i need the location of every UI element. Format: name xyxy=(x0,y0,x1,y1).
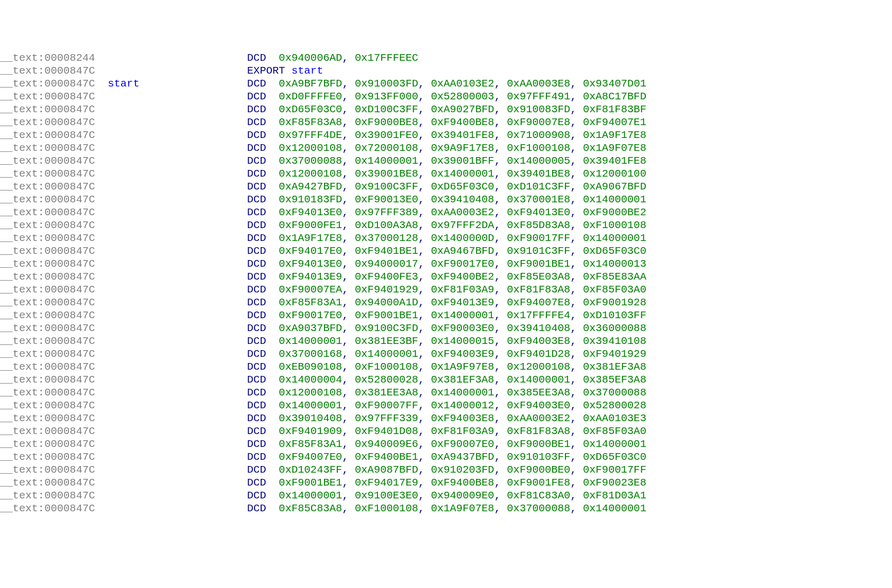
hex-value[interactable]: 0x9101C3FF xyxy=(507,245,570,257)
hex-value[interactable]: 0xF9001BE1 xyxy=(279,477,342,489)
disassembly-line[interactable]: __text:0000847C DCD 0x39010408, 0x97FFF3… xyxy=(0,412,892,425)
hex-value[interactable]: 0xD65F03C0 xyxy=(431,181,494,193)
disassembly-line[interactable]: __text:0000847C DCD 0xF9000FE1, 0xD100A3… xyxy=(0,219,892,232)
hex-value[interactable]: 0xA9427BFD xyxy=(279,181,342,193)
disassembly-line[interactable]: __text:0000847C DCD 0xF90007EA, 0xF94019… xyxy=(0,283,892,296)
hex-value[interactable]: 0xA8C17BFD xyxy=(583,91,646,102)
hex-value[interactable]: 0xAA0003E8 xyxy=(507,78,570,90)
hex-value[interactable]: 0x39410408 xyxy=(431,194,494,205)
disassembly-line[interactable]: __text:0000847C DCD 0xF9001BE1, 0xF94017… xyxy=(0,476,892,489)
hex-value[interactable]: 0x12000100 xyxy=(583,168,646,180)
hex-value[interactable]: 0x14000001 xyxy=(279,490,342,501)
hex-value[interactable]: 0x14000001 xyxy=(355,348,418,360)
hex-value[interactable]: 0xF9001BE1 xyxy=(355,309,418,321)
hex-value[interactable]: 0x52800028 xyxy=(355,374,418,386)
hex-value[interactable]: 0x97FFF389 xyxy=(355,206,418,218)
hex-value[interactable]: 0x1A9F17E8 xyxy=(279,232,342,244)
hex-value[interactable]: 0xF90003E0 xyxy=(431,322,494,334)
hex-value[interactable]: 0xF9401929 xyxy=(583,348,646,360)
hex-value[interactable]: 0x12000108 xyxy=(279,168,342,180)
disassembly-line[interactable]: __text:0000847C DCD 0x910183FD, 0xF90013… xyxy=(0,193,892,206)
disassembly-line[interactable]: __text:0000847C DCD 0xF94013E9, 0xF9400F… xyxy=(0,270,892,283)
hex-value[interactable]: 0x9100E3E0 xyxy=(355,490,418,501)
hex-value[interactable]: 0x39410408 xyxy=(507,322,570,334)
hex-value[interactable]: 0x14000001 xyxy=(279,400,342,411)
hex-value[interactable]: 0xF9001928 xyxy=(583,297,646,308)
disassembly-line[interactable]: __text:0000847C DCD 0x97FFF4DE, 0x39001F… xyxy=(0,129,892,142)
disassembly-line[interactable]: __text:0000847C DCD 0x14000001, 0xF90007… xyxy=(0,399,892,412)
disassembly-line[interactable]: __text:0000847C DCD 0xF85C83A8, 0xF10001… xyxy=(0,502,892,515)
disassembly-line[interactable]: __text:0000847C start DCD 0xA9BF7BFD, 0x… xyxy=(0,77,892,90)
hex-value[interactable]: 0x381EF3A8 xyxy=(583,361,646,373)
hex-value[interactable]: 0x1A9F07E8 xyxy=(431,503,494,514)
hex-value[interactable]: 0xEB090108 xyxy=(279,361,342,373)
hex-value[interactable]: 0xF94007E8 xyxy=(507,297,570,308)
hex-value[interactable]: 0xD10243FF xyxy=(279,464,342,476)
hex-value[interactable]: 0xF85D83A8 xyxy=(507,219,570,231)
hex-value[interactable]: 0x52800028 xyxy=(583,400,646,411)
hex-value[interactable]: 0xD100C3FF xyxy=(355,103,418,115)
hex-value[interactable]: 0xF90017FF xyxy=(583,464,646,476)
hex-value[interactable]: 0xF94003E8 xyxy=(507,335,570,347)
hex-value[interactable]: 0x940009E0 xyxy=(431,490,494,501)
hex-value[interactable]: 0xF94013E0 xyxy=(279,206,342,218)
hex-value[interactable]: 0xF94007E0 xyxy=(279,451,342,463)
disassembly-line[interactable]: __text:0000847C DCD 0x12000108, 0x381EE3… xyxy=(0,386,892,399)
hex-value[interactable]: 0x1A9F17E8 xyxy=(583,129,646,141)
hex-value[interactable]: 0xF9401D28 xyxy=(507,348,570,360)
hex-value[interactable]: 0xF1000108 xyxy=(507,142,570,154)
hex-value[interactable]: 0x39401BE8 xyxy=(507,168,570,180)
hex-value[interactable]: 0x39010408 xyxy=(279,412,342,424)
hex-value[interactable]: 0x14000001 xyxy=(583,194,646,205)
disassembly-line[interactable]: __text:0000847C DCD 0x12000108, 0x720001… xyxy=(0,142,892,154)
hex-value[interactable]: 0xF9001FE8 xyxy=(507,477,570,489)
hex-value[interactable]: 0x910003FD xyxy=(355,78,418,90)
hex-value[interactable]: 0xF94013E0 xyxy=(279,258,342,270)
hex-value[interactable]: 0xF81D03A1 xyxy=(583,490,646,501)
hex-value[interactable]: 0xF9400BE2 xyxy=(431,271,494,283)
hex-value[interactable]: 0x14000004 xyxy=(279,374,342,386)
disassembly-line[interactable]: __text:0000847C DCD 0xF85F83A1, 0x94000A… xyxy=(0,296,892,309)
hex-value[interactable]: 0x940009E6 xyxy=(355,438,418,450)
disassembly-line[interactable]: __text:0000847C DCD 0xF85F83A1, 0x940009… xyxy=(0,438,892,451)
hex-value[interactable]: 0x37000168 xyxy=(279,348,342,360)
hex-value[interactable]: 0xA9067BFD xyxy=(583,181,646,193)
disassembly-line[interactable]: __text:0000847C DCD 0x14000001, 0x9100E3… xyxy=(0,489,892,502)
hex-value[interactable]: 0x39001BFF xyxy=(431,155,494,167)
hex-value[interactable]: 0x385EF3A8 xyxy=(583,374,646,386)
hex-value[interactable]: 0xF1000108 xyxy=(583,219,646,231)
disassembly-line[interactable]: __text:0000847C DCD 0xF85F83A8, 0xF9000B… xyxy=(0,116,892,129)
hex-value[interactable]: 0x52800003 xyxy=(431,91,494,102)
disassembly-line[interactable]: __text:0000847C DCD 0x14000001, 0x381EE3… xyxy=(0,335,892,348)
hex-value[interactable]: 0xAA0103E3 xyxy=(583,412,646,424)
hex-value[interactable]: 0x93407D01 xyxy=(583,78,646,90)
hex-value[interactable]: 0xF85F03A0 xyxy=(583,284,646,296)
hex-value[interactable]: 0xF90007EA xyxy=(279,284,342,296)
hex-value[interactable]: 0xF85F83A8 xyxy=(279,116,342,128)
disassembly-line[interactable]: __text:0000847C DCD 0xEB090108, 0xF10001… xyxy=(0,360,892,373)
hex-value[interactable]: 0x94000017 xyxy=(355,258,418,270)
hex-value[interactable]: 0x17FFFFE4 xyxy=(507,309,570,321)
hex-value[interactable]: 0x14000012 xyxy=(431,400,494,411)
hex-value[interactable]: 0xF90017FF xyxy=(507,232,570,244)
hex-value[interactable]: 0xF85F83A1 xyxy=(279,297,342,308)
hex-value[interactable]: 0xF94013E9 xyxy=(279,271,342,283)
disassembly-line[interactable]: __text:0000847C DCD 0xA9037BFD, 0x9100C3… xyxy=(0,322,892,335)
disassembly-line[interactable]: __text:0000847C DCD 0xF94007E0, 0xF9400B… xyxy=(0,451,892,463)
hex-value[interactable]: 0xF81F03A9 xyxy=(431,425,494,437)
disassembly-line[interactable]: __text:0000847C DCD 0xF94013E0, 0x940000… xyxy=(0,257,892,270)
hex-value[interactable]: 0xAA0103E2 xyxy=(431,78,494,90)
disassembly-line[interactable]: __text:0000847C DCD 0xF90017E0, 0xF9001B… xyxy=(0,309,892,322)
hex-value[interactable]: 0xF9401909 xyxy=(279,425,342,437)
hex-value[interactable]: 0x39001BE8 xyxy=(355,168,418,180)
hex-value[interactable]: 0xD100A3A8 xyxy=(355,219,418,231)
hex-value[interactable]: 0x14000015 xyxy=(431,335,494,347)
hex-value[interactable]: 0xF90017E0 xyxy=(279,309,342,321)
disassembly-line[interactable]: __text:0000847C DCD 0x37000168, 0x140000… xyxy=(0,348,892,360)
hex-value[interactable]: 0x1A9F07E8 xyxy=(583,142,646,154)
hex-value[interactable]: 0xF90007FF xyxy=(355,400,418,411)
hex-value[interactable]: 0x9100C3FD xyxy=(355,322,418,334)
hex-value[interactable]: 0xF90013E0 xyxy=(355,194,418,205)
hex-value[interactable]: 0x14000001 xyxy=(355,155,418,167)
hex-value[interactable]: 0xF81F83A8 xyxy=(507,284,570,296)
